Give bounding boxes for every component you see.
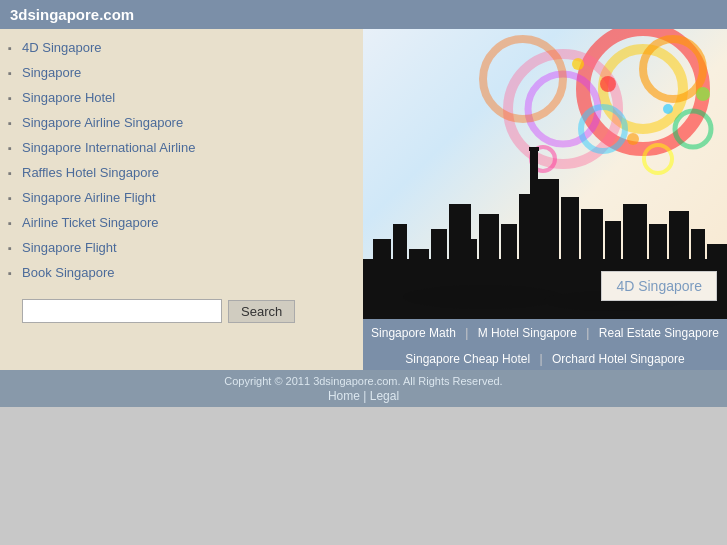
nav-list: ▪4D Singapore▪Singapore▪Singapore Hotel▪…	[0, 35, 363, 285]
sidebar-item[interactable]: ▪Singapore Airline Singapore	[0, 110, 363, 135]
svg-point-13	[627, 133, 639, 145]
footer: Copyright © 2011 3dsingapore.com. All Ri…	[0, 370, 727, 407]
svg-rect-35	[530, 149, 538, 299]
sidebar: ▪4D Singapore▪Singapore▪Singapore Hotel▪…	[0, 29, 363, 370]
sep1: |	[465, 326, 468, 340]
bullet-icon: ▪	[8, 267, 22, 279]
badge-4d[interactable]: 4D Singapore	[601, 271, 717, 301]
footer-home-link[interactable]: Home	[328, 389, 360, 403]
bullet-icon: ▪	[8, 167, 22, 179]
hero-image: 4D Singapore	[363, 29, 727, 319]
bullet-icon: ▪	[8, 192, 22, 204]
links-bar-2: Singapore Cheap Hotel | Orchard Hotel Si…	[363, 348, 727, 370]
sidebar-item[interactable]: ▪Singapore International Airline	[0, 135, 363, 160]
sidebar-item[interactable]: ▪Raffles Hotel Singapore	[0, 160, 363, 185]
search-input[interactable]	[22, 299, 222, 323]
search-area: Search	[0, 285, 363, 333]
sidebar-item-label: Singapore	[22, 65, 81, 80]
sidebar-item-label: Singapore Airline Flight	[22, 190, 156, 205]
bullet-icon: ▪	[8, 242, 22, 254]
svg-point-11	[572, 58, 584, 70]
sidebar-item-label: Singapore Flight	[22, 240, 117, 255]
sidebar-item-label: 4D Singapore	[22, 40, 102, 55]
sidebar-item[interactable]: ▪Singapore	[0, 60, 363, 85]
sidebar-item[interactable]: ▪Airline Ticket Singapore	[0, 210, 363, 235]
svg-point-10	[600, 76, 616, 92]
badge-label: 4D Singapore	[616, 278, 702, 294]
svg-point-37	[403, 285, 563, 309]
svg-rect-28	[581, 209, 603, 299]
sidebar-item-label: Book Singapore	[22, 265, 115, 280]
link-m-hotel[interactable]: M Hotel Singapore	[478, 326, 577, 340]
bullet-icon: ▪	[8, 142, 22, 154]
links-bar-1: Singapore Math | M Hotel Singapore | Rea…	[363, 319, 727, 348]
main-layout: ▪4D Singapore▪Singapore▪Singapore Hotel▪…	[0, 29, 727, 370]
bullet-icon: ▪	[8, 217, 22, 229]
svg-rect-18	[393, 224, 407, 299]
svg-rect-17	[373, 239, 391, 299]
search-button[interactable]: Search	[228, 300, 295, 323]
sep2: |	[586, 326, 589, 340]
link-real-estate[interactable]: Real Estate Singapore	[599, 326, 719, 340]
sidebar-item[interactable]: ▪Singapore Hotel	[0, 85, 363, 110]
right-panel: 4D Singapore Singapore Math | M Hotel Si…	[363, 29, 727, 370]
svg-rect-27	[561, 197, 579, 299]
copyright-text: Copyright © 2011 3dsingapore.com. All Ri…	[0, 375, 727, 387]
bullet-icon: ▪	[8, 42, 22, 54]
sidebar-item-label: Airline Ticket Singapore	[22, 215, 159, 230]
footer-links: Home | Legal	[0, 389, 727, 403]
sidebar-item-label: Raffles Hotel Singapore	[22, 165, 159, 180]
site-header: 3dsingapore.com	[0, 0, 727, 29]
site-title: 3dsingapore.com	[10, 6, 134, 23]
bullet-icon: ▪	[8, 92, 22, 104]
svg-point-14	[696, 87, 710, 101]
sidebar-item[interactable]: ▪4D Singapore	[0, 35, 363, 60]
bullet-icon: ▪	[8, 67, 22, 79]
svg-rect-36	[529, 147, 539, 151]
sidebar-item[interactable]: ▪Book Singapore	[0, 260, 363, 285]
footer-legal-link[interactable]: Legal	[370, 389, 399, 403]
sidebar-item-label: Singapore Hotel	[22, 90, 115, 105]
sidebar-item[interactable]: ▪Singapore Flight	[0, 235, 363, 260]
link-orchard-hotel[interactable]: Orchard Hotel Singapore	[552, 352, 685, 366]
svg-point-12	[663, 104, 673, 114]
sidebar-item-label: Singapore International Airline	[22, 140, 195, 155]
bullet-icon: ▪	[8, 117, 22, 129]
sidebar-item[interactable]: ▪Singapore Airline Flight	[0, 185, 363, 210]
link-cheap-hotel[interactable]: Singapore Cheap Hotel	[405, 352, 530, 366]
svg-rect-25	[519, 194, 531, 299]
link-singapore-math[interactable]: Singapore Math	[371, 326, 456, 340]
sidebar-item-label: Singapore Airline Singapore	[22, 115, 183, 130]
sep3: |	[539, 352, 542, 366]
